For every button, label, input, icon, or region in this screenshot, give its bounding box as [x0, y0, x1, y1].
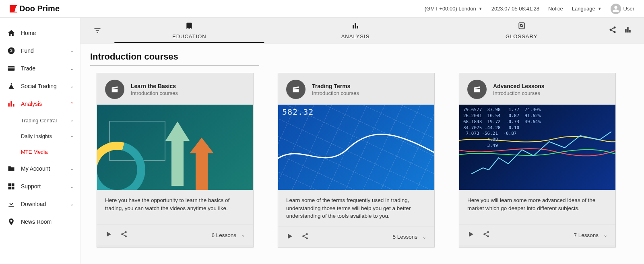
user-menu[interactable]: User: [611, 4, 634, 14]
play-icon[interactable]: [286, 233, 293, 241]
sidebar-item-fund[interactable]: $ Fund ⌄: [0, 42, 80, 60]
card-header: Advanced Lessons Introduction courses: [459, 73, 615, 105]
svg-point-16: [614, 26, 616, 28]
tab-education[interactable]: EDUCATION: [106, 18, 272, 43]
user-label: User: [623, 6, 634, 12]
sidebar-item-home[interactable]: Home: [0, 24, 80, 42]
svg-point-26: [302, 235, 304, 237]
clapper-icon: [105, 80, 124, 99]
chevron-down-icon: ⌄: [422, 234, 426, 240]
language-selector[interactable]: Language ▼: [572, 6, 602, 12]
svg-rect-7: [8, 184, 11, 186]
language-label: Language: [572, 6, 595, 12]
sidebar-item-social-trading[interactable]: Social Trading ⌄: [0, 77, 80, 95]
card-footer: 6 Lessons ⌄: [97, 225, 253, 245]
sidebar-item-news-room[interactable]: News Room: [0, 213, 80, 231]
notice-label: Notice: [548, 6, 563, 12]
sidebar-item-trade[interactable]: Trade ⌄: [0, 60, 80, 77]
card-footer: 7 Lessons ⌄: [459, 225, 615, 245]
tab-strip: EDUCATION ANALYSIS GLOSSARY: [80, 18, 644, 43]
svg-rect-4: [8, 103, 10, 106]
timezone-selector[interactable]: (GMT +00:00) London ▼: [425, 6, 483, 12]
coin-icon: $: [7, 47, 15, 55]
svg-point-29: [483, 233, 485, 235]
svg-point-30: [487, 235, 489, 237]
image-overlay-number: 582.32: [282, 107, 314, 117]
chevron-down-icon: ⌄: [70, 118, 74, 123]
sidebar: Home $ Fund ⌄ Trade ⌄ Social Trading ⌄ A…: [0, 18, 80, 264]
social-icon: [7, 82, 15, 90]
clapper-icon: [467, 80, 487, 99]
course-card[interactable]: Trading Terms Introduction courses 582.3…: [278, 73, 435, 248]
svg-point-22: [125, 231, 127, 233]
sidebar-item-label: Trade: [21, 65, 35, 72]
card-image: 582.32: [278, 105, 434, 190]
sidebar-sub-trading-central[interactable]: Trading Central ⌄: [0, 113, 80, 128]
card-description: Here you have the opportunity to learn t…: [97, 190, 253, 225]
card-titles: Advanced Lessons Introduction courses: [493, 83, 545, 96]
svg-point-18: [614, 31, 616, 33]
sidebar-item-support[interactable]: Support ⌄: [0, 177, 80, 195]
sidebar-sub-mte-media[interactable]: MTE Media: [0, 144, 80, 160]
share-icon[interactable]: [301, 233, 309, 241]
sidebar-sub-label: Trading Central: [21, 118, 57, 124]
tab-strip-actions: [605, 18, 636, 43]
notice-link[interactable]: Notice: [548, 6, 563, 12]
course-card[interactable]: Advanced Lessons Introduction courses 79…: [459, 73, 616, 248]
chevron-down-icon: ▼: [598, 6, 602, 11]
download-icon: [7, 200, 15, 208]
sidebar-item-analysis[interactable]: Analysis ⌃: [0, 95, 80, 113]
home-icon: [7, 29, 15, 37]
card-footer: 5 Lessons ⌄: [278, 227, 434, 247]
svg-rect-12: [355, 23, 356, 28]
svg-rect-3: [8, 68, 15, 69]
play-icon[interactable]: [105, 231, 112, 239]
filter-button[interactable]: [89, 18, 106, 43]
sidebar-item-label: Home: [21, 30, 36, 36]
book-icon: [185, 22, 193, 31]
play-icon[interactable]: [467, 231, 475, 239]
stats-icon[interactable]: [624, 26, 632, 35]
sidebar-item-label: Download: [21, 201, 46, 207]
svg-rect-9: [8, 187, 11, 190]
header-right: (GMT +00:00) London ▼ 2023.07.05 08:41:2…: [425, 4, 634, 14]
card-icon: [7, 64, 15, 72]
card-image: 79.6577 37.98 1.77 74.40% 26.2081 10.54 …: [459, 105, 615, 190]
chevron-down-icon: ⌄: [70, 66, 74, 71]
sidebar-item-download[interactable]: Download ⌄: [0, 195, 80, 213]
pin-icon: [7, 218, 15, 226]
lessons-count: 7 Lessons: [574, 232, 599, 238]
server-datetime: 2023.07.05 08:41:28: [491, 6, 539, 12]
tab-glossary[interactable]: GLOSSARY: [438, 18, 605, 43]
bars-icon: [351, 22, 359, 31]
share-icon[interactable]: [120, 231, 128, 239]
chevron-down-icon: ⌄: [241, 232, 245, 238]
svg-point-24: [125, 235, 127, 237]
tab-label: GLOSSARY: [506, 33, 537, 39]
sidebar-sub-label: Daily Insights: [21, 133, 52, 139]
svg-text:$: $: [10, 48, 12, 53]
tab-analysis[interactable]: ANALYSIS: [272, 18, 439, 43]
svg-rect-10: [12, 187, 14, 190]
brand[interactable]: Doo Prime: [10, 4, 60, 13]
lessons-toggle[interactable]: 6 Lessons ⌄: [211, 232, 245, 238]
share-icon[interactable]: [483, 231, 490, 239]
share-icon[interactable]: [609, 26, 617, 35]
lessons-toggle[interactable]: 7 Lessons ⌄: [574, 232, 607, 238]
card-titles: Trading Terms Introduction courses: [312, 83, 359, 96]
course-card[interactable]: Learn the Basics Introduction courses He…: [97, 73, 254, 248]
svg-rect-8: [12, 184, 14, 186]
svg-point-15: [520, 24, 522, 26]
svg-rect-21: [629, 30, 630, 32]
chevron-down-icon: ⌄: [70, 48, 74, 54]
sidebar-item-my-account[interactable]: My Account ⌄: [0, 160, 80, 177]
clapper-icon: [286, 80, 305, 99]
lessons-toggle[interactable]: 5 Lessons ⌄: [392, 234, 426, 240]
svg-rect-11: [353, 25, 354, 28]
card-description: Learn some of the terms frequently used …: [278, 190, 434, 227]
svg-rect-19: [625, 29, 626, 32]
sidebar-item-label: Fund: [21, 47, 34, 54]
sidebar-sub-daily-insights[interactable]: Daily Insights ⌄: [0, 128, 80, 144]
sidebar-item-label: Social Trading: [21, 83, 57, 89]
brand-logo-icon: [10, 5, 17, 12]
